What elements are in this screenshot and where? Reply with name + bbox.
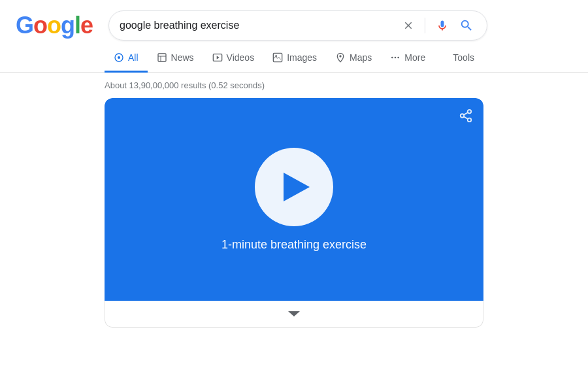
play-triangle-icon — [284, 173, 310, 201]
all-icon — [114, 52, 124, 63]
search-nav: All News Videos Images — [0, 43, 588, 73]
voice-search-button[interactable] — [433, 19, 451, 32]
logo-letter-e: e — [80, 12, 93, 39]
svg-rect-2 — [158, 54, 166, 61]
main-content: 1-minute breathing exercise — [0, 98, 588, 328]
nav-item-news[interactable]: News — [148, 43, 203, 73]
breathing-expand-button[interactable] — [105, 301, 483, 328]
nav-maps-label: Maps — [350, 52, 372, 63]
mic-icon — [436, 19, 449, 32]
svg-point-14 — [461, 114, 465, 118]
logo-letter-l: l — [74, 12, 80, 39]
nav-item-maps[interactable]: Maps — [326, 43, 381, 73]
nav-tools-label: Tools — [453, 52, 474, 63]
results-count-text: About 13,90,00,000 results (0.52 seconds… — [105, 80, 265, 90]
search-bar-divider — [425, 18, 425, 33]
svg-point-11 — [395, 57, 397, 59]
logo-letter-g: G — [16, 12, 33, 39]
svg-line-16 — [464, 116, 468, 119]
svg-point-10 — [391, 57, 393, 59]
search-bar — [108, 10, 487, 41]
nav-item-images[interactable]: Images — [263, 43, 326, 73]
clear-icon — [402, 20, 414, 31]
search-icon — [459, 18, 474, 33]
search-input[interactable] — [120, 20, 395, 31]
chevron-down-icon — [288, 311, 300, 316]
nav-item-all[interactable]: All — [105, 43, 148, 73]
nav-item-videos[interactable]: Videos — [203, 43, 264, 73]
google-logo[interactable]: G o o g l e — [16, 12, 93, 39]
videos-icon — [212, 52, 223, 63]
play-button[interactable] — [255, 148, 333, 226]
svg-point-15 — [468, 118, 472, 122]
svg-point-1 — [118, 56, 120, 59]
logo-letter-o1: o — [33, 12, 47, 39]
search-clear-button[interactable] — [400, 20, 417, 31]
nav-news-label: News — [171, 52, 194, 63]
nav-item-more[interactable]: More — [381, 43, 434, 73]
nav-all-label: All — [128, 52, 139, 63]
svg-point-13 — [468, 110, 472, 114]
svg-marker-6 — [216, 56, 219, 59]
images-icon — [272, 52, 283, 63]
nav-images-label: Images — [287, 52, 317, 63]
logo-letter-o2: o — [47, 12, 61, 39]
svg-point-12 — [398, 57, 400, 59]
nav-more-label: More — [404, 52, 425, 63]
results-count: About 13,90,00,000 results (0.52 seconds… — [0, 73, 588, 98]
svg-point-9 — [339, 55, 341, 57]
more-dots-icon — [390, 52, 400, 63]
search-submit-button[interactable] — [457, 18, 476, 33]
breathing-exercise-title: 1-minute breathing exercise — [221, 238, 367, 252]
breathing-exercise-card: 1-minute breathing exercise — [105, 98, 483, 328]
logo-letter-g2: g — [61, 12, 74, 39]
share-icon — [459, 109, 473, 123]
breathing-video-area: 1-minute breathing exercise — [105, 98, 483, 301]
nav-tools[interactable]: Tools — [444, 43, 483, 73]
nav-videos-label: Videos — [227, 52, 255, 63]
svg-line-17 — [464, 112, 468, 115]
news-icon — [157, 52, 167, 63]
share-button[interactable] — [459, 109, 473, 123]
maps-icon — [335, 52, 346, 63]
header: G o o g l e — [0, 0, 588, 41]
